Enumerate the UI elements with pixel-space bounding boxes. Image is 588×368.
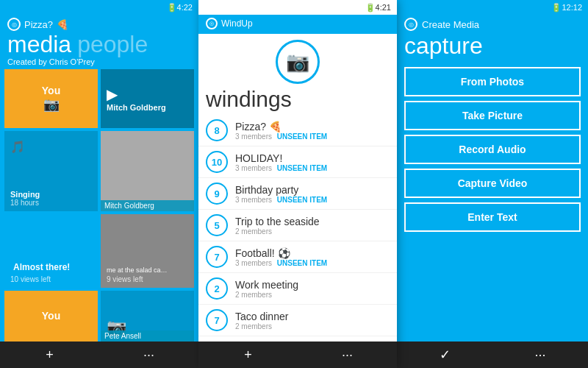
list-item[interactable]: 2 Work meeting 2 members — [198, 273, 397, 305]
tile-singing-inner: 🎵 Singing 18 hours — [10, 135, 92, 208]
panel3-time: 12:12 — [562, 3, 582, 12]
tile-singing-label: Singing — [10, 190, 92, 199]
tile-salad-label: me at the salad ca… — [107, 266, 188, 275]
panel1-app-icon: ◎ — [7, 18, 21, 31]
item-badge: 10 — [206, 151, 228, 173]
panel1-tab-people[interactable]: people — [77, 32, 148, 56]
tile-you2-label: You — [42, 310, 60, 322]
p3-btn-enter-text[interactable]: Enter Text — [404, 202, 581, 232]
panel2-time: 4:21 — [376, 3, 391, 12]
list-item[interactable]: 5 Trip to the seaside 2 members — [198, 210, 397, 241]
item-members: 2 members — [235, 291, 272, 299]
panel1-pizza-emoji: 🍕 — [57, 19, 68, 30]
item-badge: 8 — [206, 119, 228, 141]
list-item[interactable]: 7 Taco dinner 2 members — [198, 305, 397, 336]
item-members: 3 members — [235, 196, 272, 204]
panel1-dots-button[interactable]: ··· — [135, 347, 164, 363]
item-sub: 3 members UNSEEN ITEM — [235, 196, 390, 204]
panel2-app-name-row: ◎ WindUp — [206, 18, 390, 29]
tile-music-icon: 🎵 — [10, 135, 92, 154]
item-members: 3 members — [235, 259, 272, 267]
item-content: Work meeting 2 members — [235, 279, 390, 299]
item-badge: 2 — [206, 277, 228, 300]
panel1-header: ◎ Pizza? 🍕 — [0, 15, 198, 32]
item-title: Taco dinner — [235, 311, 390, 322]
p3-btn-from-photos[interactable]: From Photos — [404, 67, 581, 96]
tile-salad[interactable]: me at the salad ca… 9 views left — [101, 214, 194, 288]
tile-you-label: You — [42, 85, 60, 96]
item-content: HOLIDAY! 3 members UNSEEN ITEM — [235, 152, 390, 172]
tile-salad-sub: 9 views left — [107, 275, 188, 283]
tile-almost-title: Almost there! — [10, 261, 92, 275]
panel3-header: ◎ Create Media — [397, 15, 588, 32]
panel2: 🔋 4:21 ◎ WindUp 📷 windings 8 Pizza? 🍕 3 … — [198, 0, 397, 368]
p3-btn-record-audio[interactable]: Record Audio — [404, 135, 581, 164]
panel1-title-row: media people — [0, 32, 198, 56]
item-unseen: UNSEEN ITEM — [277, 259, 327, 267]
list-item[interactable]: 7 Football! ⚽ 3 members UNSEEN ITEM — [198, 241, 397, 273]
item-content: Trip to the seaside 2 members — [235, 216, 390, 236]
panel2-list: 8 Pizza? 🍕 3 members UNSEEN ITEM 10 HOLI… — [198, 115, 397, 342]
list-item[interactable]: 10 HOLIDAY! 3 members UNSEEN ITEM — [198, 146, 397, 178]
item-sub: 3 members UNSEEN ITEM — [235, 164, 390, 172]
item-badge: 9 — [206, 183, 228, 205]
item-members: 2 members — [235, 227, 272, 236]
item-content: Birthday party 3 members UNSEEN ITEM — [235, 184, 390, 204]
tile-mitch[interactable]: ▶ Mitch Goldberg — [101, 69, 194, 128]
panel1-time: 4:22 — [177, 3, 193, 12]
panel3: 🔋 12:12 ◎ Create Media capture From Phot… — [397, 0, 588, 368]
panel3-app-icon: ◎ — [404, 18, 417, 31]
list-item[interactable]: 9 Birthday party 3 members UNSEEN ITEM — [198, 178, 397, 210]
tile-video-icon: ▶ — [107, 85, 188, 103]
tile-almost[interactable]: Almost there! 10 views left — [4, 214, 98, 288]
panel3-buttons: From PhotosTake PictureRecord AudioCaptu… — [397, 67, 588, 342]
tile-pete[interactable]: 📷 Pete Ansell — [101, 291, 194, 342]
panel2-status-bar: 🔋 4:21 — [198, 0, 397, 15]
panel3-dots-button[interactable]: ··· — [526, 347, 555, 363]
tile-you2[interactable]: You — [4, 291, 98, 342]
item-members: 3 members — [235, 132, 272, 141]
panel1-tiles: You 📷 ▶ Mitch Goldberg 🎵 Singing 18 hour… — [0, 69, 198, 342]
tile-mitch-label: Mitch Goldberg — [107, 103, 188, 112]
panel1-bottom-bar: + ··· — [0, 342, 198, 368]
p3-btn-capture-video[interactable]: Capture Video — [404, 169, 581, 198]
panel1-status-bar: 🔋 4:22 — [0, 0, 198, 15]
panel2-bottom-bar: + ··· — [198, 342, 397, 368]
item-unseen: UNSEEN ITEM — [277, 132, 327, 141]
tile-singing[interactable]: 🎵 Singing 18 hours — [4, 131, 98, 212]
panel1: 🔋 4:22 ◎ Pizza? 🍕 media people Created b… — [0, 0, 198, 368]
panel1-app-name-row: ◎ Pizza? 🍕 — [7, 18, 191, 31]
panel2-app-icon: ◎ — [206, 18, 218, 29]
item-title: Birthday party — [235, 184, 390, 196]
panel3-check-button[interactable]: ✓ — [430, 347, 459, 363]
tile-mitch2-photo[interactable]: Mitch Goldberg — [101, 131, 194, 212]
item-sub: 3 members UNSEEN ITEM — [235, 259, 390, 267]
tile-mitch2-tag: Mitch Goldberg — [101, 200, 194, 211]
panel1-add-button[interactable]: + — [35, 347, 65, 363]
item-content: Taco dinner 2 members — [235, 311, 390, 330]
p3-btn-take-picture[interactable]: Take Picture — [404, 101, 581, 130]
list-item[interactable]: 8 Pizza? 🍕 3 members UNSEEN ITEM — [198, 115, 397, 146]
item-badge: 7 — [206, 309, 228, 331]
panel3-app-name-label: Create Media — [422, 19, 479, 30]
panel2-dots-button[interactable]: ··· — [333, 347, 362, 363]
item-badge: 7 — [206, 246, 228, 268]
item-content: Football! ⚽ 3 members UNSEEN ITEM — [235, 247, 390, 267]
item-content: Pizza? 🍕 3 members UNSEEN ITEM — [235, 121, 390, 141]
panel3-title: capture — [397, 32, 588, 67]
panel2-add-button[interactable]: + — [234, 347, 263, 363]
panel2-app-name-label: WindUp — [221, 18, 253, 29]
panel2-camera-area: 📷 — [198, 34, 397, 87]
item-sub: 2 members — [235, 291, 390, 299]
tile-almost-label: Almost there! 10 views left — [10, 261, 92, 283]
item-sub: 2 members — [235, 322, 390, 330]
panel1-app-name-label: Pizza? — [24, 19, 53, 30]
panel1-tab-media[interactable]: media — [7, 32, 71, 56]
item-title: Football! ⚽ — [235, 247, 390, 259]
item-members: 3 members — [235, 164, 272, 172]
item-title: Work meeting — [235, 279, 390, 291]
panel3-status-bar: 🔋 12:12 — [397, 0, 588, 15]
tile-singing-sub: 18 hours — [10, 199, 92, 207]
item-members: 2 members — [235, 322, 272, 330]
tile-you[interactable]: You 📷 — [4, 69, 98, 128]
